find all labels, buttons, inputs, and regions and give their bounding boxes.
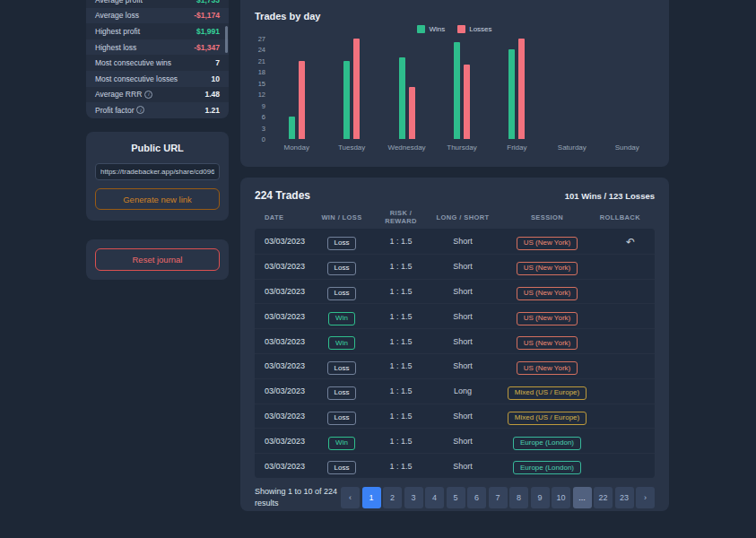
bar-group-wednesday: Wednesday [379,39,434,139]
wins-bar [289,117,295,139]
stat-row: Profit factori1.21 [86,102,229,118]
stat-value: 1.48 [204,90,220,99]
column-header: RISK / REWARD [373,209,429,225]
direction: Short [429,412,497,421]
wins-bar [508,49,515,139]
stat-label: Profit factori [95,106,144,115]
session-badge: US (New York) [517,336,578,350]
stat-row: Highest profit$1,991 [86,23,229,39]
stat-label: Highest profit [95,27,140,36]
table-header: DATEWIN / LOSSRISK / REWARDLONG / SHORTS… [255,205,655,229]
page-9-button[interactable]: 9 [531,487,550,508]
stat-label: Highest loss [95,43,136,52]
table-row[interactable]: 03/03/2023Win1 : 1.5ShortEurope (London) [255,428,655,453]
reset-journal-panel: Reset journal [86,239,229,280]
page-next-button[interactable]: › [636,487,655,508]
table-row[interactable]: 03/03/2023Win1 : 1.5ShortUS (New York) [255,328,655,353]
stat-value: $1,733 [196,0,220,4]
page-ellipsis-button[interactable]: ... [573,487,592,508]
result-badge: Loss [327,262,357,275]
y-axis-tick: 3 [262,124,265,132]
stat-label: Most consecutive losses [95,74,178,83]
wins-bar [454,42,460,139]
session-badge: US (New York) [517,262,578,275]
result-badge: Win [328,336,355,350]
page-prev-button[interactable]: ‹ [341,487,360,508]
bar-group-friday: Friday [490,39,544,139]
page-1-button[interactable]: 1 [362,487,381,508]
rollback-button[interactable]: ↶ [626,236,635,248]
result-cell: Loss [310,382,373,400]
y-axis-tick: 0 [262,135,265,143]
page-7-button[interactable]: 7 [489,487,508,508]
table-row[interactable]: 03/03/2023Loss1 : 1.5ShortEurope (London… [255,453,655,478]
bars [343,39,360,139]
info-icon[interactable]: i [144,91,152,99]
table-row[interactable]: 03/03/2023Win1 : 1.5ShortUS (New York) [255,303,655,328]
table-row[interactable]: 03/03/2023Loss1 : 1.5LongMixed (US / Eur… [255,378,655,404]
risk-reward: 1 : 1.5 [373,386,429,395]
y-axis-tick: 6 [262,113,265,121]
generate-link-button[interactable]: Generate new link [95,188,220,210]
trade-date: 03/03/2023 [255,337,310,346]
stat-value: $1,991 [196,27,220,36]
session-badge: US (New York) [517,361,578,375]
session-cell: Mixed (US / Europe) [497,382,597,400]
session-badge: US (New York) [517,312,578,325]
bar-chart: 0369121518212427 MondayTuesdayWednesdayT… [255,39,655,157]
trade-date: 03/03/2023 [255,412,310,421]
risk-reward: 1 : 1.5 [373,361,429,370]
y-axis-tick: 27 [258,35,265,43]
session-cell: US (New York) [497,257,597,275]
page-10-button[interactable]: 10 [552,487,570,508]
session-badge: Mixed (US / Europe) [508,412,587,425]
table-row[interactable]: 03/03/2023Loss1 : 1.5ShortMixed (US / Eu… [255,404,655,429]
result-badge: Loss [327,386,357,400]
bar-group-thursday: Thursday [434,39,489,139]
legend-label: Losses [469,25,491,33]
table-row[interactable]: 03/03/2023Loss1 : 1.5ShortUS (New York)↶ [255,229,655,254]
page-23-button[interactable]: 23 [615,487,634,508]
losses-bar [299,61,305,139]
stat-row: Most consecutive losses10 [86,71,229,87]
page-6-button[interactable]: 6 [467,487,486,508]
public-url-panel: Public URL Generate new link [86,132,229,221]
trade-date: 03/03/2023 [255,361,310,370]
legend-item-losses: Losses [457,25,491,33]
result-cell: Loss [310,358,373,376]
table-row[interactable]: 03/03/2023Loss1 : 1.5ShortUS (New York) [255,353,655,378]
reset-journal-button[interactable]: Reset journal [95,248,220,271]
info-icon[interactable]: i [136,106,144,114]
page-2-button[interactable]: 2 [383,487,402,508]
public-url-title: Public URL [95,143,220,153]
y-axis-tick: 12 [258,91,265,99]
page-22-button[interactable]: 22 [594,487,613,508]
result-cell: Win [310,308,373,325]
result-cell: Loss [310,407,373,425]
wins-bar [399,57,405,139]
public-url-input[interactable] [95,163,220,180]
table-body: 03/03/2023Loss1 : 1.5ShortUS (New York)↶… [255,229,655,478]
x-axis-label: Wednesday [387,143,425,152]
page-5-button[interactable]: 5 [447,487,465,508]
bar-group-monday: Monday [269,39,324,139]
column-header: SESSION [497,213,597,221]
result-badge: Win [328,312,355,325]
page-3-button[interactable]: 3 [404,487,423,508]
page-8-button[interactable]: 8 [509,487,528,508]
result-badge: Loss [327,287,357,300]
direction: Short [429,361,497,370]
session-cell: Europe (London) [497,432,597,450]
table-row[interactable]: 03/03/2023Loss1 : 1.5ShortUS (New York) [255,279,655,304]
scrollbar-thumb[interactable] [225,26,228,53]
bars [289,61,305,139]
stat-label: Most consecutive wins [95,58,171,67]
sidebar: Average profit$1,733Average loss-$1,174H… [86,0,229,538]
trade-date: 03/03/2023 [255,437,310,446]
table-row[interactable]: 03/03/2023Loss1 : 1.5ShortUS (New York) [255,254,655,279]
bars [399,57,415,139]
risk-reward: 1 : 1.5 [373,237,429,246]
page-4-button[interactable]: 4 [425,487,444,508]
bars [508,39,525,139]
pagination: ‹12345678910...2223› [341,487,655,508]
